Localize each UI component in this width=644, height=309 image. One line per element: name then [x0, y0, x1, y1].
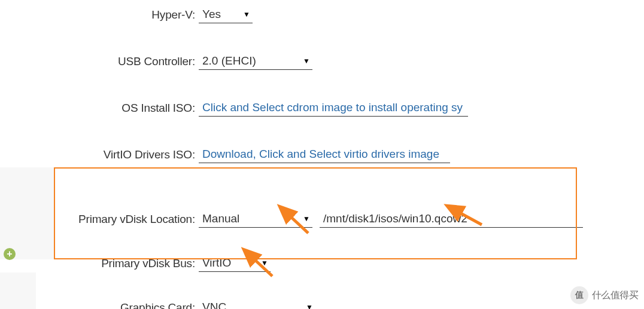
- watermark-logo-icon: 值: [570, 286, 588, 304]
- chevron-down-icon: ▼: [306, 303, 313, 309]
- virtio-drivers-iso-placeholder: Download, Click and Select virtio driver…: [202, 148, 439, 160]
- add-device-button[interactable]: +: [4, 248, 16, 260]
- chevron-down-icon: ▼: [303, 57, 310, 65]
- vm-settings-form: Hyper-V: Yes ▼ USB Controller: 2.0 (EHCI…: [0, 0, 644, 309]
- primary-vdisk-bus-value: VirtIO: [202, 256, 231, 270]
- plus-icon: +: [7, 249, 12, 259]
- virtio-drivers-iso-label: VirtIO Drivers ISO:: [0, 148, 199, 161]
- graphics-card-select[interactable]: VNC ▼: [199, 299, 315, 309]
- watermark: 值 什么值得买: [570, 286, 639, 304]
- chevron-down-icon: ▼: [303, 215, 310, 223]
- usb-controller-label: USB Controller:: [0, 55, 199, 68]
- usb-controller-value: 2.0 (EHCI): [202, 54, 256, 68]
- graphics-card-label: Graphics Card:: [0, 301, 199, 309]
- primary-vdisk-location-value: Manual: [202, 212, 239, 225]
- os-install-iso-input[interactable]: Click and Select cdrom image to install …: [199, 100, 468, 117]
- os-install-iso-label: OS Install ISO:: [0, 102, 199, 115]
- primary-vdisk-bus-label: Primary vDisk Bus:: [0, 257, 199, 270]
- primary-vdisk-bus-select[interactable]: VirtIO ▼: [199, 255, 271, 272]
- chevron-down-icon: ▼: [243, 10, 250, 19]
- graphics-card-value: VNC: [202, 301, 226, 309]
- watermark-text: 什么值得买: [592, 289, 639, 302]
- virtio-drivers-iso-input[interactable]: Download, Click and Select virtio driver…: [199, 146, 450, 163]
- usb-controller-select[interactable]: 2.0 (EHCI) ▼: [199, 53, 312, 70]
- hyperv-select[interactable]: Yes ▼: [199, 7, 253, 23]
- hyperv-value: Yes: [202, 8, 221, 21]
- hyperv-label: Hyper-V:: [0, 8, 199, 22]
- primary-vdisk-path-value: /mnt/disk1/isos/win10.qcow2: [323, 212, 467, 225]
- primary-vdisk-location-label: Primary vDisk Location:: [0, 213, 199, 226]
- os-install-iso-placeholder: Click and Select cdrom image to install …: [202, 101, 463, 114]
- chevron-down-icon: ▼: [261, 259, 268, 267]
- primary-vdisk-path-input[interactable]: /mnt/disk1/isos/win10.qcow2: [320, 211, 583, 228]
- primary-vdisk-location-select[interactable]: Manual ▼: [199, 211, 312, 228]
